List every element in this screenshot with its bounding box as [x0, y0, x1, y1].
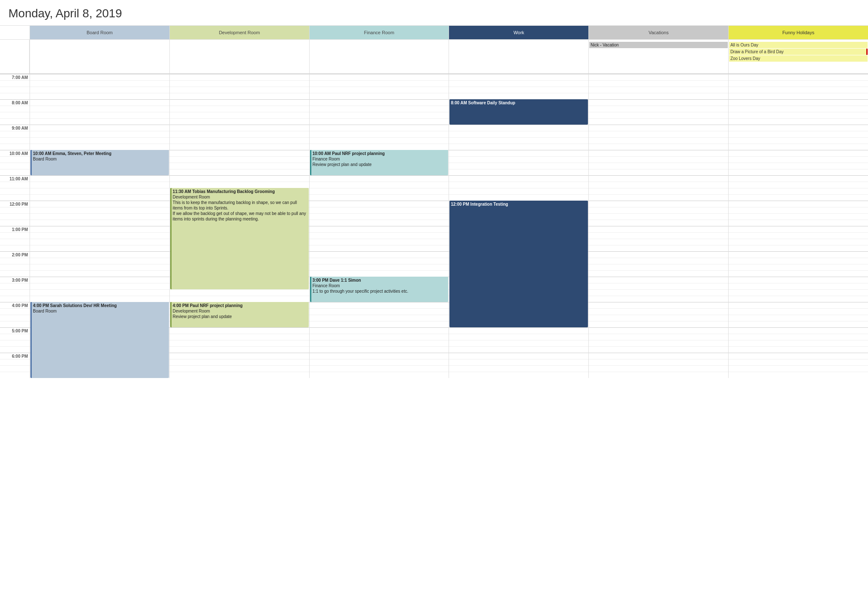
slot-row [449, 125, 588, 131]
time-slot [0, 207, 30, 213]
slot-row [310, 315, 449, 321]
calendar-event[interactable]: 10:00 AM Paul NRF project planningFinanc… [310, 150, 449, 175]
slot-row [729, 93, 868, 99]
slot-row [30, 99, 169, 106]
slot-row [729, 163, 868, 169]
slot-row [449, 353, 588, 359]
slot-row [729, 340, 868, 346]
slot-row [729, 283, 868, 289]
allday-event-vacation[interactable]: Nick - Vacation [589, 42, 728, 48]
slot-row [589, 125, 728, 131]
slot-row [310, 270, 449, 277]
slot-row [310, 213, 449, 220]
slot-row [30, 93, 169, 99]
slot-row [729, 308, 868, 315]
slot-row [729, 277, 868, 283]
time-slot [0, 182, 30, 188]
slot-row [310, 353, 449, 359]
slot-row [310, 175, 449, 182]
allday-event-funny-2[interactable]: Draw a Picture of a Bird Day [729, 49, 868, 55]
allday-event-funny-3[interactable]: Zoo Lovers Day [729, 55, 868, 62]
col-header-finance: Finance Room [309, 26, 449, 39]
slot-row [589, 150, 728, 156]
slot-row [449, 87, 588, 93]
slot-row [449, 188, 588, 194]
slot-row [30, 131, 169, 137]
slot-row [30, 245, 169, 251]
slot-row [30, 182, 169, 188]
slot-row [449, 74, 588, 80]
slot-row [449, 156, 588, 163]
slot-row [729, 188, 868, 194]
slot-row [589, 118, 728, 125]
slot-row [449, 194, 588, 201]
slot-row [170, 137, 309, 144]
calendar-event[interactable]: 11:30 AM Tobias Manufacturing Backlog Gr… [170, 188, 309, 289]
slot-row [30, 194, 169, 201]
time-column: 7:00 AM8:00 AM9:00 AM10:00 AM11:00 AM12:… [0, 74, 30, 378]
slot-row [170, 353, 309, 359]
slot-row [729, 144, 868, 150]
calendar-event[interactable]: 12:00 PM Integration Testing [449, 201, 588, 327]
calendar-event[interactable]: 4:00 PM Sarah Solutions Dev/ HR MeetingB… [30, 302, 169, 378]
slot-row [310, 258, 449, 264]
time-slot [0, 359, 30, 365]
slot-row [729, 251, 868, 258]
day-col-finance: 10:00 AM Paul NRF project planningFinanc… [309, 74, 449, 378]
slot-row [589, 137, 728, 144]
col-header-dev: Development Room [169, 26, 309, 39]
time-slot [0, 87, 30, 93]
calendar-event[interactable]: 10:00 AM Emma, Steven, Peter MeetingBoar… [30, 150, 169, 175]
slot-row [589, 365, 728, 372]
allday-event-funny-1[interactable]: All is Ours Day [729, 42, 868, 48]
time-slot [0, 156, 30, 163]
time-slot: 9:00 AM [0, 125, 30, 131]
slot-row [729, 315, 868, 321]
slot-row [310, 226, 449, 232]
slot-row [729, 296, 868, 302]
slot-row [30, 239, 169, 245]
day-col-work: 8:00 AM Software Daily Standup12:00 PM I… [449, 74, 588, 378]
col-header-funny: Funny Holidays [728, 26, 868, 39]
slot-row [30, 87, 169, 93]
slot-row [449, 163, 588, 169]
slot-row [310, 327, 449, 334]
slot-row [729, 87, 868, 93]
slot-row [30, 118, 169, 125]
slot-row [589, 308, 728, 315]
slot-row [30, 188, 169, 194]
col-header-board: Board Room [30, 26, 169, 39]
time-slot: 4:00 PM [0, 302, 30, 308]
page-title: Monday, April 8, 2019 [0, 0, 868, 25]
time-slot: 11:00 AM [0, 175, 30, 182]
slot-row [729, 106, 868, 112]
time-slot [0, 334, 30, 340]
slot-row [729, 239, 868, 245]
slot-row [449, 359, 588, 365]
slot-row [170, 106, 309, 112]
time-slot [0, 270, 30, 277]
slot-row [449, 80, 588, 87]
slot-row [170, 289, 309, 296]
calendar-container: Board Room Development Room Finance Room… [0, 25, 868, 378]
slot-row [310, 118, 449, 125]
allday-area: Nick - Vacation All is Ours Day Draw a P… [0, 40, 868, 74]
slot-row [310, 188, 449, 194]
slot-row [310, 308, 449, 315]
slot-row [310, 194, 449, 201]
slot-row [310, 112, 449, 118]
slot-row [589, 163, 728, 169]
calendar-event[interactable]: 3:00 PM Dave 1:1 SimonFinance Room1:1 to… [310, 277, 449, 302]
slot-row [589, 87, 728, 93]
slot-row [30, 264, 169, 270]
slot-row [589, 283, 728, 289]
slot-row [170, 99, 309, 106]
slot-row [589, 74, 728, 80]
calendar-event[interactable]: 4:00 PM Paul NRF project planningDevelop… [170, 302, 309, 327]
calendar-body: 7:00 AM8:00 AM9:00 AM10:00 AM11:00 AM12:… [0, 74, 868, 378]
calendar-event[interactable]: 8:00 AM Software Daily Standup [449, 99, 588, 125]
slot-row [589, 169, 728, 175]
time-slot: 1:00 PM [0, 226, 30, 232]
slot-row [170, 365, 309, 372]
slot-row [30, 144, 169, 150]
